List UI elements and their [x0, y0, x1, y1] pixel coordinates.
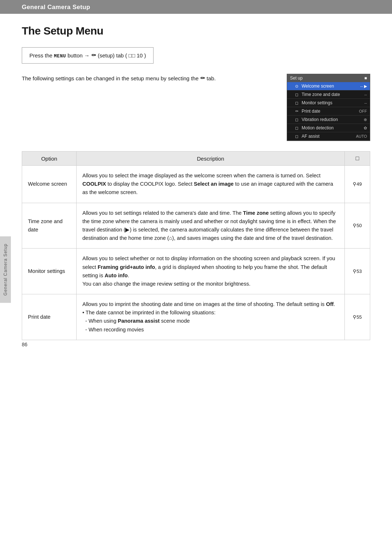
table-row: Welcome screen Allows you to select the …: [22, 166, 370, 203]
desc-welcome: Allows you to select the image displayed…: [77, 166, 345, 203]
home-icon: ⌂: [169, 235, 172, 241]
camera-menu-screenshot: Set up ■ ⊙ Welcome screen -- ▶ ◻ Time zo…: [287, 74, 370, 141]
camera-menu-title-row: Set up ■: [287, 74, 370, 82]
bold-text: COOLPIX: [82, 181, 106, 187]
item-label: Motion detection: [302, 125, 364, 130]
option-welcome: Welcome screen: [22, 166, 77, 203]
item-value: -- ▶: [360, 84, 367, 89]
ref-icon: ⚲55: [353, 314, 362, 321]
ref-icon: ⚲50: [353, 222, 362, 230]
option-monitor: Monitor settings: [22, 249, 77, 294]
instruction-suffix: (setup) tab (: [98, 52, 127, 59]
camera-menu-item-vibration: ◻ Vibration reduction ⊕: [287, 116, 370, 124]
header-option: Option: [22, 152, 77, 166]
bold-text: Framing grid+auto info: [98, 264, 155, 270]
option-label: Print date: [28, 314, 50, 320]
intro-tab-icon: ⚰: [200, 75, 205, 81]
ref-monitor: ⚲53: [345, 249, 370, 294]
instruction-prefix: Press the: [29, 52, 52, 59]
tool-icon: ⚰: [295, 109, 300, 114]
table-row: Print date Allows you to imprint the sho…: [22, 294, 370, 340]
vibration-icon: ◻: [295, 117, 300, 122]
page-number: 86: [22, 342, 28, 347]
bold-text-2: Auto info: [105, 273, 128, 278]
bold-text-2: Panorama assist: [118, 318, 160, 324]
header-ref: □: [345, 152, 370, 166]
desc-printdate: Allows you to imprint the shooting date …: [77, 294, 345, 340]
camera-menu-title: Set up: [290, 76, 303, 81]
item-label: Time zone and date: [302, 92, 364, 97]
item-value: ⊕: [364, 117, 367, 122]
af-icon: ◻: [295, 134, 300, 139]
book-ref-icon: □: [356, 155, 359, 161]
bold-text-2: Select an image: [194, 181, 234, 187]
table-row: Time zone and date Allows you to set set…: [22, 203, 370, 249]
option-label: Monitor settings: [28, 268, 65, 274]
ref-timezone: ⚲50: [345, 203, 370, 249]
item-label: Welcome screen: [302, 84, 360, 89]
instruction-close: ): [144, 52, 146, 59]
desc-monitor: Allows you to select whether or not to d…: [77, 249, 345, 294]
clock-icon: ◻: [295, 92, 300, 97]
travel-icon: ▶: [125, 227, 130, 233]
intro-text: The following settings can be changed in…: [22, 74, 276, 83]
instruction-box: Press the MENU button → ⚰ (setup) tab ( …: [22, 47, 154, 64]
table-row: Monitor settings Allows you to select wh…: [22, 249, 370, 294]
section-title: General Camera Setup: [22, 4, 90, 11]
camera-menu-item-af: ◻ AF assist AUTO: [287, 132, 370, 141]
item-label: AF assist: [302, 134, 356, 139]
menu-keyword: MENU: [54, 53, 66, 59]
camera-icon: ⊙: [295, 84, 300, 89]
page-title: The Setup Menu: [22, 25, 370, 37]
desc-timezone: Allows you to set settings related to th…: [77, 203, 345, 249]
settings-table: Option Description □ Welcome screen Allo…: [22, 151, 370, 340]
camera-menu-item-printdate: ⚰ Print date OFF: [287, 107, 370, 116]
description-area: The following settings can be changed in…: [22, 74, 370, 141]
option-timezone: Time zone and date: [22, 203, 77, 249]
item-label: Vibration reduction: [302, 117, 364, 122]
item-value: --: [364, 101, 367, 105]
item-value: AUTO: [356, 134, 367, 138]
item-value: --: [364, 92, 367, 97]
motion-icon: ◻: [295, 126, 300, 130]
ref-printdate: ⚲55: [345, 294, 370, 340]
item-label: Monitor settings: [302, 100, 364, 105]
item-label: Print date: [302, 109, 359, 114]
intro-suffix: tab.: [207, 75, 216, 81]
item-value: ✿: [364, 126, 367, 130]
header-description: Description: [77, 152, 345, 166]
bold-text: Time zone: [243, 210, 269, 216]
ref-welcome: ⚲49: [345, 166, 370, 203]
option-printdate: Print date: [22, 294, 77, 340]
intro-prefix: The following settings can be changed in…: [22, 75, 200, 81]
camera-menu-item-welcome: ⊙ Welcome screen -- ▶: [287, 82, 370, 90]
instruction-page: 10: [137, 52, 143, 59]
setup-tab-icon: ⚰: [91, 52, 96, 59]
camera-menu-item-motion: ◻ Motion detection ✿: [287, 124, 370, 132]
ref-icon: ⚲49: [353, 181, 362, 188]
camera-menu-item-timezone: ◻ Time zone and date --: [287, 90, 370, 99]
instruction-middle: button →: [68, 52, 91, 59]
camera-menu-item-monitor: ◻ Monitor settings --: [287, 99, 370, 107]
main-content: The Setup Menu Press the MENU button → ⚰…: [0, 14, 392, 355]
top-banner: General Camera Setup: [0, 0, 392, 14]
bold-text: Off: [326, 301, 334, 307]
camera-menu-icon: ■: [364, 76, 367, 81]
book-icon: □□: [128, 52, 135, 59]
option-label: Time zone and date: [28, 218, 62, 233]
option-label: Welcome screen: [28, 181, 67, 187]
ref-icon: ⚲53: [353, 268, 362, 275]
monitor-icon: ◻: [295, 101, 300, 105]
item-value: OFF: [359, 109, 367, 113]
table-header-row: Option Description □: [22, 152, 370, 166]
